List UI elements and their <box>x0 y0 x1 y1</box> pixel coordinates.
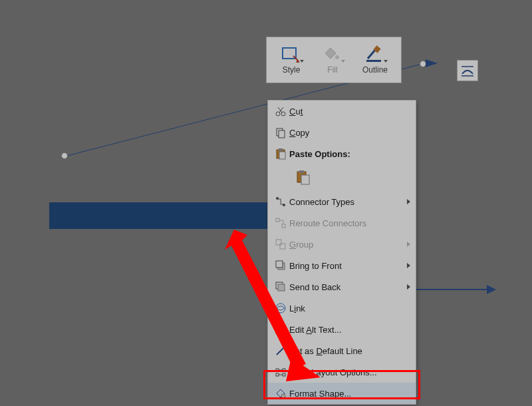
menu-label: Reroute Connectors <box>289 218 410 228</box>
menu-label: Paste Options: <box>289 149 410 159</box>
arrowhead-icon <box>426 57 440 69</box>
svg-rect-17 <box>299 170 304 173</box>
svg-rect-12 <box>279 130 285 138</box>
paste-options-row <box>268 164 416 191</box>
fill-label: Fill <box>327 65 337 75</box>
paste-keep-icon <box>296 170 311 185</box>
paste-option-keep-source[interactable] <box>293 168 313 188</box>
style-label: Style <box>283 65 301 75</box>
menu-format-shape[interactable]: Format Shape... <box>268 383 416 404</box>
selection-handle-start[interactable] <box>61 152 68 159</box>
fill-dropdown[interactable]: Fill <box>321 45 344 75</box>
submenu-caret-icon <box>407 242 410 247</box>
format-shape-icon <box>272 387 289 399</box>
svg-marker-0 <box>426 59 438 67</box>
copy-icon <box>272 126 289 138</box>
cut-icon <box>272 105 289 117</box>
menu-label: Connector Types <box>289 197 407 207</box>
svg-rect-18 <box>301 175 309 184</box>
layout-options-button[interactable] <box>457 60 478 81</box>
outline-dropdown[interactable]: Outline <box>362 45 388 75</box>
submenu-caret-icon <box>407 284 410 290</box>
menu-copy[interactable]: Copy <box>268 122 416 143</box>
svg-point-39 <box>281 394 285 398</box>
submenu-caret-icon <box>407 263 410 268</box>
svg-marker-40 <box>225 230 306 369</box>
menu-connector-types[interactable]: Connector Types <box>268 191 416 212</box>
arrowhead-icon <box>487 285 496 294</box>
svg-point-2 <box>335 55 339 59</box>
layout-options-icon <box>460 64 475 77</box>
menu-label: Format Shape... <box>289 389 410 399</box>
menu-cut[interactable]: Cut <box>268 101 416 122</box>
callout-arrow <box>219 230 326 383</box>
outline-icon <box>364 45 386 64</box>
menu-label: Cut <box>289 106 410 116</box>
fill-icon <box>321 45 344 64</box>
svg-rect-22 <box>282 224 285 228</box>
mini-toolbar: Style Fill Outline <box>266 37 402 83</box>
svg-rect-21 <box>276 218 279 222</box>
style-dropdown[interactable]: Style <box>280 45 303 75</box>
svg-rect-15 <box>279 152 285 159</box>
submenu-caret-icon <box>407 199 410 204</box>
style-icon <box>280 45 303 64</box>
outline-label: Outline <box>362 65 388 75</box>
menu-label: Copy <box>289 128 410 138</box>
svg-rect-14 <box>279 148 283 151</box>
paste-icon <box>272 148 289 160</box>
svg-rect-4 <box>366 60 381 62</box>
connector-types-icon <box>272 196 289 208</box>
menu-paste-options-header: Paste Options: <box>268 143 416 164</box>
reroute-icon <box>272 217 289 229</box>
